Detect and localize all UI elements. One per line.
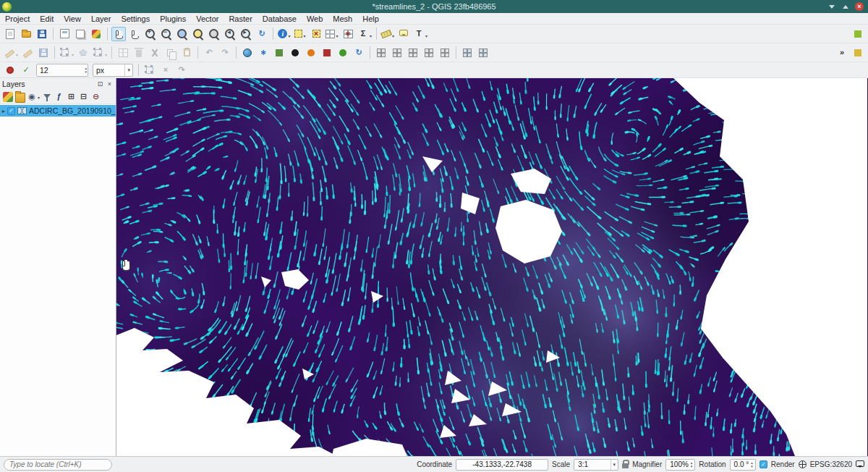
- menu-vector[interactable]: Vector: [191, 13, 224, 25]
- measure-line-dropdown-icon[interactable]: ▾: [392, 33, 394, 41]
- digitize-with-segment-dropdown-icon[interactable]: ▾: [72, 52, 74, 59]
- panel-undock-icon[interactable]: ⊡: [96, 80, 104, 88]
- plugin-marker[interactable]: [304, 46, 318, 60]
- raster-tool-contour[interactable]: [438, 46, 452, 60]
- plugin-gdal-tool[interactable]: [320, 46, 334, 60]
- processing-toolbox[interactable]: ∗: [256, 46, 271, 60]
- vertex-tool-dropdown-icon[interactable]: ▾: [105, 52, 107, 59]
- menu-view[interactable]: View: [59, 13, 86, 25]
- layer-expand-icon[interactable]: ▸: [2, 108, 5, 114]
- statistical-summary[interactable]: Σ▾: [357, 27, 373, 41]
- new-project[interactable]: [3, 27, 17, 41]
- menu-help[interactable]: Help: [357, 13, 384, 25]
- main-annotation-layer[interactable]: [3, 63, 17, 77]
- crs-status[interactable]: EPSG:32620: [810, 460, 852, 468]
- render-checkbox[interactable]: ✓: [760, 460, 767, 468]
- add-polygon-feature[interactable]: [76, 46, 90, 60]
- rotation-spin-icons[interactable]: ▴▾: [751, 461, 753, 468]
- annotation-node-tool[interactable]: [142, 63, 157, 77]
- menu-mesh[interactable]: Mesh: [328, 13, 357, 25]
- filter-legend[interactable]: [41, 90, 53, 103]
- show-layout-manager[interactable]: [73, 27, 88, 41]
- measure-line[interactable]: ▾: [380, 27, 395, 41]
- add-group[interactable]: [14, 90, 26, 103]
- refresh-map[interactable]: ↻: [255, 27, 269, 41]
- layer-item[interactable]: ▸✓ADCIRC_BG_20190910_1t: [0, 105, 116, 117]
- map-canvas[interactable]: [116, 78, 867, 456]
- select-features[interactable]: ▾: [293, 27, 307, 41]
- style-manager[interactable]: [89, 27, 103, 41]
- toggle-editing[interactable]: [20, 46, 35, 60]
- expand-all[interactable]: ⊞: [65, 90, 77, 103]
- zoom-to-layer[interactable]: [207, 27, 221, 41]
- annotation-font-units-dropdown-icon[interactable]: ▾: [124, 64, 132, 76]
- current-edits-dropdown-icon[interactable]: ▾: [16, 52, 18, 59]
- magnifier-spinbox[interactable]: 100% ▴▾: [665, 459, 695, 471]
- filter-legend-by-expression[interactable]: ƒ: [53, 90, 65, 103]
- labeling-options[interactable]: ✓: [19, 63, 33, 77]
- minimize-icon[interactable]: [827, 2, 836, 11]
- plugin-help[interactable]: ↻: [352, 46, 366, 60]
- locator-input[interactable]: [4, 459, 112, 471]
- zoom-to-selection[interactable]: [191, 27, 205, 41]
- annotation-delete-tool[interactable]: ×: [158, 63, 173, 77]
- pan-map[interactable]: [111, 27, 126, 41]
- zoom-out[interactable]: −: [159, 27, 174, 41]
- menu-raster[interactable]: Raster: [224, 13, 257, 25]
- text-annotation-dropdown-icon[interactable]: ▾: [425, 33, 427, 41]
- zoom-in[interactable]: +: [143, 27, 158, 41]
- lock-scale-icon[interactable]: [622, 463, 629, 468]
- title-bar[interactable]: *streamlines_2 - QGIS 23fb486965 ×: [0, 0, 868, 13]
- identify-features-dropdown-icon[interactable]: ▾: [288, 33, 290, 41]
- pan-to-selection[interactable]: [127, 27, 142, 41]
- plugin-bug-report[interactable]: [336, 46, 350, 60]
- annotation-font-units[interactable]: px▾: [93, 64, 133, 77]
- menu-layer[interactable]: Layer: [86, 13, 116, 25]
- more-tools[interactable]: [851, 46, 865, 60]
- menu-project[interactable]: Project: [0, 13, 35, 25]
- digitize-with-segment[interactable]: ▾: [59, 46, 75, 60]
- manage-map-themes[interactable]: ◉▾: [26, 90, 41, 103]
- toolbox-icon[interactable]: [851, 27, 865, 41]
- rotation-spinbox[interactable]: 0.0 ° ▴▾: [730, 459, 756, 471]
- menu-edit[interactable]: Edit: [35, 13, 59, 25]
- raster-tool-histogram[interactable]: [374, 46, 388, 60]
- coordinate-value[interactable]: -43.1333,-22.7438: [456, 459, 548, 471]
- menu-database[interactable]: Database: [258, 13, 302, 25]
- grass-tools[interactable]: [272, 46, 286, 60]
- messages-icon[interactable]: [856, 460, 864, 467]
- select-features-dropdown-icon[interactable]: ▾: [303, 33, 305, 41]
- cut-features[interactable]: [148, 46, 162, 60]
- plugin-spider[interactable]: [288, 46, 302, 60]
- scale-combo[interactable]: 3:1 ▾: [574, 459, 618, 471]
- toolbar-overflow[interactable]: »: [835, 46, 849, 60]
- delete-selected[interactable]: [132, 46, 146, 60]
- open-project[interactable]: [19, 27, 33, 41]
- open-attribute-table-dropdown-icon[interactable]: ▾: [336, 33, 338, 41]
- deselect-features[interactable]: ×: [309, 27, 323, 41]
- statistical-summary-dropdown-icon[interactable]: ▾: [370, 33, 372, 41]
- annotation-font-size-spin-icons[interactable]: ▴▾: [85, 67, 87, 74]
- collapse-all[interactable]: ⊟: [77, 90, 90, 103]
- paste-features[interactable]: [179, 46, 194, 60]
- menu-web[interactable]: Web: [302, 13, 328, 25]
- zoom-next[interactable]: ▸: [239, 27, 253, 41]
- vertex-tool[interactable]: ▾: [92, 46, 108, 60]
- raster-tool-stretch[interactable]: [390, 46, 404, 60]
- identify-features[interactable]: i▾: [277, 27, 292, 41]
- undo[interactable]: ↶: [202, 46, 216, 60]
- panel-close-icon[interactable]: ×: [106, 80, 114, 88]
- new-print-layout[interactable]: [57, 27, 72, 41]
- mesh-tool-calculator[interactable]: [460, 46, 475, 60]
- annotation-font-size[interactable]: 12▴▾: [36, 64, 88, 77]
- map-tips[interactable]: [396, 27, 411, 41]
- open-attribute-table[interactable]: ▾: [325, 27, 339, 41]
- field-calculator[interactable]: ∗: [341, 27, 355, 41]
- modify-attributes[interactable]: [116, 46, 130, 60]
- close-icon[interactable]: ×: [855, 2, 864, 11]
- maximize-icon[interactable]: [841, 2, 850, 11]
- zoom-last[interactable]: ◂: [223, 27, 237, 41]
- layer-checkbox[interactable]: ✓: [7, 107, 15, 115]
- save-project[interactable]: [35, 27, 49, 41]
- magnifier-spin-icons[interactable]: ▴▾: [691, 461, 693, 468]
